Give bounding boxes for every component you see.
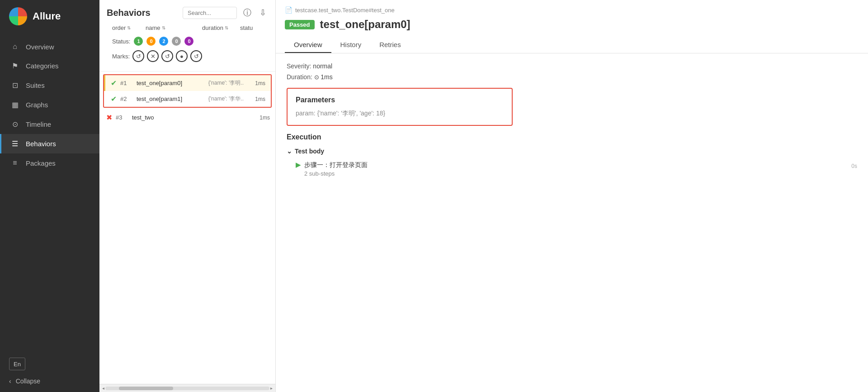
severity-row: Severity: normal [287, 62, 857, 70]
status-filter-label: Status: [112, 38, 130, 45]
mark-icon-0[interactable]: ↺ [132, 50, 144, 62]
mark-icon-1[interactable]: ✕ [147, 50, 159, 62]
scroll-thumb[interactable] [119, 387, 173, 390]
horizontal-scrollbar[interactable]: ◂ ▸ [99, 384, 275, 392]
test-title: test_one[param0] [320, 18, 410, 31]
middle-title-row: Behaviors ⓘ ⇩ [107, 6, 268, 19]
test-param-0: {'name': '李明.. [208, 79, 244, 87]
duration-sort-icon[interactable]: ⇅ [225, 25, 228, 30]
test-name-1: test_one[param1] [137, 96, 205, 102]
status-badge-unknown[interactable]: 0 [184, 37, 193, 46]
step-name-0: 步骤一：打开登录页面 [304, 161, 848, 169]
sidebar-label-categories: Categories [26, 62, 59, 70]
info-button[interactable]: ⓘ [241, 6, 253, 19]
allure-logo-icon [9, 7, 27, 25]
sidebar-item-categories[interactable]: ⚑ Categories [0, 56, 99, 76]
test-num-0: #1 [120, 80, 133, 86]
test-param-1: {'name': '李华.. [208, 95, 244, 103]
param-row-0: param: {'name': '李明', 'age': 18} [296, 110, 504, 118]
highlighted-tests-group: ✔ #1 test_one[param0] {'name': '李明.. 1ms… [103, 74, 272, 108]
chevron-down-icon: ⌄ [287, 148, 292, 155]
sidebar-item-suites[interactable]: ⊡ Suites [0, 76, 99, 95]
status-badge-broken[interactable]: 2 [159, 37, 168, 46]
column-headers: order ⇅ name ⇅ duration ⇅ statu [107, 24, 268, 31]
download-button[interactable]: ⇩ [258, 7, 268, 19]
test-num-2: #3 [116, 114, 128, 121]
scroll-track[interactable] [105, 387, 269, 390]
test-name-2: test_two [132, 114, 245, 121]
tab-retries[interactable]: Retries [370, 37, 410, 53]
sidebar-logo: Allure [0, 0, 99, 33]
scroll-right-arrow[interactable]: ▸ [269, 386, 274, 391]
test-path-text: testcase.test_two.TestDome#test_one [295, 7, 395, 14]
sidebar-bottom: En ‹ Collapse [0, 350, 99, 392]
graph-icon: ▦ [10, 100, 19, 109]
tab-history[interactable]: History [331, 37, 371, 53]
tabs-row: Overview History Retries [285, 37, 859, 53]
col-duration: duration ⇅ [202, 24, 238, 31]
step-arrow-icon: ▶ [296, 161, 301, 168]
test-item-2[interactable]: ✖ #3 test_two 1ms [99, 110, 275, 125]
sidebar-item-timeline[interactable]: ⊙ Timeline [0, 115, 99, 134]
step-row-0: ▶ 步骤一：打开登录页面 2 sub-steps 0s [287, 159, 857, 179]
status-badge-passed[interactable]: 1 [134, 37, 143, 46]
tab-overview[interactable]: Overview [285, 37, 331, 53]
test-title-row: Passed test_one[param0] [285, 18, 859, 31]
status-badge-failed[interactable]: 0 [146, 37, 156, 46]
scroll-left-arrow[interactable]: ◂ [101, 386, 105, 391]
marks-label: Marks: [112, 53, 130, 60]
mark-icon-4[interactable]: ↺ [190, 50, 202, 62]
briefcase-icon: ⊡ [10, 81, 19, 90]
home-icon: ⌂ [10, 43, 19, 51]
parameters-box: Parameters param: {'name': '李明', 'age': … [287, 88, 513, 126]
mark-icon-2[interactable]: ↺ [161, 50, 173, 62]
search-input[interactable] [183, 7, 237, 19]
packages-icon: ≡ [10, 159, 19, 167]
mark-icon-3[interactable]: ● [176, 50, 188, 62]
marks-row: Marks: ↺ ✕ ↺ ● ↺ [107, 49, 268, 67]
sidebar-item-behaviors[interactable]: ☰ Behaviors [0, 134, 99, 153]
sidebar-item-graphs[interactable]: ▦ Graphs [0, 95, 99, 115]
sidebar-item-packages[interactable]: ≡ Packages [0, 153, 99, 172]
order-sort-icon[interactable]: ⇅ [127, 25, 131, 30]
clock-small-icon: ⊙ [314, 74, 321, 81]
test-path: 📄 testcase.test_two.TestDome#test_one [285, 6, 859, 14]
right-panel: 📄 testcase.test_two.TestDome#test_one Pa… [276, 0, 868, 392]
sidebar-item-overview[interactable]: ⌂ Overview [0, 37, 99, 56]
filter-row: Status: 1 0 2 0 0 [107, 35, 268, 49]
status-badge-skipped[interactable]: 0 [172, 37, 181, 46]
pass-icon-0: ✔ [111, 79, 117, 87]
middle-panel: Behaviors ⓘ ⇩ order ⇅ name ⇅ duration ⇅ … [99, 0, 276, 392]
clock-icon: ⊙ [10, 120, 19, 129]
test-item-1[interactable]: ✔ #2 test_one[param1] {'name': '李华.. 1ms [104, 91, 271, 107]
duration-value: 1ms [321, 73, 332, 81]
col-order: order ⇅ [112, 24, 144, 31]
sidebar-label-suites: Suites [26, 81, 45, 89]
test-num-1: #2 [120, 96, 133, 102]
test-body-label: Test body [295, 148, 324, 155]
test-dur-0: 1ms [247, 80, 265, 86]
sidebar-label-overview: Overview [26, 43, 54, 51]
sidebar-label-graphs: Graphs [26, 101, 48, 109]
collapse-label: Collapse [16, 378, 40, 385]
app-title: Allure [33, 10, 61, 22]
sidebar: Allure ⌂ Overview ⚑ Categories ⊡ Suites … [0, 0, 99, 392]
parameters-title: Parameters [296, 96, 504, 104]
list-icon: ☰ [10, 139, 19, 148]
pass-icon-1: ✔ [111, 95, 117, 103]
param-value-0: {'name': '李明', 'age': 18} [317, 110, 385, 117]
step-time-0: 0s [851, 161, 857, 169]
right-header: 📄 testcase.test_two.TestDome#test_one Pa… [276, 0, 868, 53]
panel-title: Behaviors [107, 8, 178, 18]
collapse-button[interactable]: ‹ Collapse [9, 378, 90, 385]
test-list: ✔ #1 test_one[param0] {'name': '李明.. 1ms… [99, 72, 275, 384]
test-item-0[interactable]: ✔ #1 test_one[param0] {'name': '李明.. 1ms [104, 75, 271, 91]
test-dur-1: 1ms [247, 96, 265, 102]
language-button[interactable]: En [9, 358, 25, 370]
test-body-header[interactable]: ⌄ Test body [287, 148, 857, 155]
name-sort-icon[interactable]: ⇅ [162, 25, 165, 30]
sidebar-nav: ⌂ Overview ⚑ Categories ⊡ Suites ▦ Graph… [0, 33, 99, 350]
right-content: Severity: normal Duration: ⊙ 1ms Paramet… [276, 53, 868, 392]
passed-badge: Passed [285, 20, 315, 29]
middle-header: Behaviors ⓘ ⇩ order ⇅ name ⇅ duration ⇅ … [99, 0, 275, 72]
